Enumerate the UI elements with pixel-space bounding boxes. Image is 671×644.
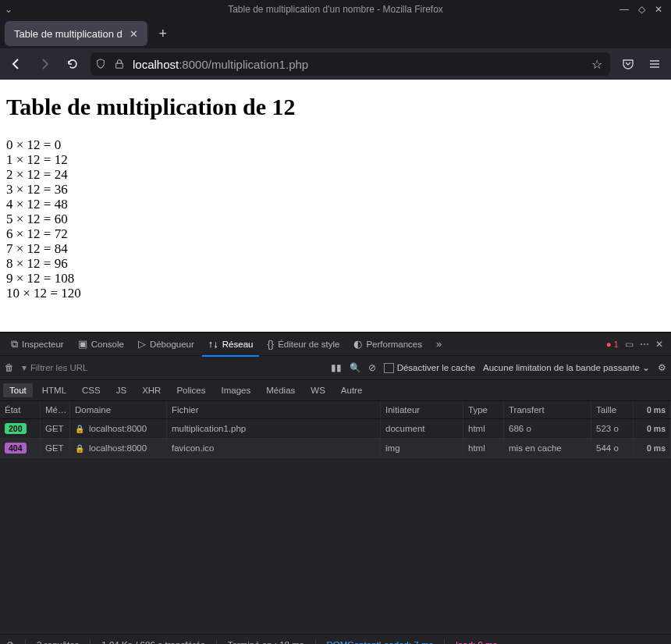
col-method[interactable]: Mé…	[41, 401, 70, 418]
status-transferred: 1,04 Ko / 686 o transférés	[101, 640, 204, 644]
chip-ws[interactable]: WS	[304, 383, 332, 397]
stopwatch-icon[interactable]: ⊘	[6, 639, 14, 644]
toolbar-right	[618, 54, 665, 74]
col-size[interactable]: Taille	[591, 401, 634, 418]
back-button[interactable]	[6, 54, 27, 74]
block-icon[interactable]: ⊘	[368, 362, 376, 373]
multiplication-line: 7 × 12 = 84	[6, 241, 665, 256]
multiplication-line: 5 × 12 = 60	[6, 212, 665, 226]
multiplication-line: 8 × 12 = 96	[6, 256, 665, 271]
reload-button[interactable]	[62, 54, 83, 74]
nav-toolbar: localhost:8000/multiplication1.php ☆	[0, 48, 671, 80]
url-port: :8000	[179, 58, 208, 71]
page-heading: Table de multiplication de 12	[6, 94, 665, 120]
url-path: /multiplication1.php	[208, 58, 308, 71]
col-time[interactable]: 0 ms	[634, 401, 671, 418]
bookmark-star-icon[interactable]: ☆	[588, 57, 605, 72]
chip-media[interactable]: Médias	[260, 383, 301, 397]
multiplication-line: 2 × 12 = 24	[6, 167, 665, 182]
url-bar[interactable]: localhost:8000/multiplication1.php ☆	[91, 52, 610, 76]
svg-rect-0	[116, 63, 123, 68]
table-head: État Mé… Domaine Fichier Initiateur Type…	[0, 401, 671, 419]
chip-all[interactable]: Tout	[3, 383, 33, 397]
network-toolbar: 🗑 ▾Filtrer les URL ▮▮ 🔍 ⊘ Désactiver le …	[0, 356, 671, 380]
status-load: load: 9 ms	[456, 640, 497, 644]
close-tab-icon[interactable]: ✕	[127, 28, 141, 40]
lock-icon[interactable]	[114, 59, 128, 69]
search-icon[interactable]: 🔍	[350, 362, 360, 373]
col-transfer[interactable]: Transfert	[504, 401, 591, 418]
tab-style-label: Éditeur de style	[278, 340, 339, 349]
multiplication-line: 3 × 12 = 36	[6, 182, 665, 197]
tab-inspector[interactable]: ⧉Inspecteur	[5, 333, 70, 355]
reload-icon	[66, 58, 79, 70]
window-titlebar: ⌄ Table de multiplication d'un nombre - …	[0, 0, 671, 19]
tab-console-label: Console	[91, 340, 124, 349]
responsive-mode-icon[interactable]: ▭	[625, 339, 634, 350]
status-dcl: DOMContentLoaded: 7 ms	[327, 640, 434, 644]
maximize-icon[interactable]: ◇	[635, 4, 648, 15]
multiplication-line: 10 × 12 = 120	[6, 286, 665, 301]
funnel-icon: ▾	[22, 362, 27, 373]
gear-icon[interactable]: ⚙	[658, 362, 666, 373]
cell-size: 544 o	[591, 439, 634, 457]
status-badge: 200	[5, 423, 27, 434]
cell-file: favicon.ico	[167, 439, 381, 457]
cell-type: html	[463, 439, 504, 457]
chip-html[interactable]: HTML	[36, 383, 73, 397]
cell-transfer: mis en cache	[504, 439, 591, 457]
error-count: 1	[614, 340, 619, 349]
disable-cache-checkbox[interactable]: Désactiver le cache	[384, 363, 475, 373]
cell-method: GET	[41, 419, 70, 438]
chip-js[interactable]: JS	[110, 383, 133, 397]
col-file[interactable]: Fichier	[167, 401, 381, 418]
shield-icon[interactable]	[95, 59, 109, 69]
window-menu-icon[interactable]: ⌄	[0, 4, 17, 15]
pocket-icon[interactable]	[618, 54, 638, 74]
tab-console[interactable]: ▣Console	[72, 333, 130, 355]
tab-active[interactable]: Table de multiplication d ✕	[5, 21, 147, 46]
cell-type: html	[463, 419, 504, 438]
forward-button[interactable]	[34, 54, 55, 74]
table-row[interactable]: 404GET🔒localhost:8000favicon.icoimghtmlm…	[0, 439, 671, 458]
error-count-badge[interactable]: ●1	[606, 340, 619, 349]
clear-icon[interactable]: 🗑	[5, 363, 14, 372]
chevron-double-right-icon: »	[436, 338, 442, 350]
tab-inspector-label: Inspecteur	[22, 340, 64, 349]
lock-icon: 🔒	[75, 425, 84, 433]
col-initiator[interactable]: Initiateur	[381, 401, 463, 418]
perf-icon: ◐	[353, 338, 362, 350]
chip-css[interactable]: CSS	[76, 383, 107, 397]
cell-domain: 🔒localhost:8000	[70, 439, 167, 457]
new-tab-button[interactable]: +	[151, 21, 176, 46]
filter-input[interactable]: ▾Filtrer les URL	[22, 362, 87, 373]
tab-debugger[interactable]: ▷Débogueur	[132, 333, 201, 355]
throttling-select[interactable]: Aucune limitation de la bande passante ⌄	[483, 362, 650, 373]
chip-images[interactable]: Images	[215, 383, 257, 397]
chip-fonts[interactable]: Polices	[170, 383, 211, 397]
chip-xhr[interactable]: XHR	[136, 383, 167, 397]
throttling-label: Aucune limitation de la bande passante	[483, 363, 640, 372]
window-title: Table de multiplication d'un nombre - Mo…	[0, 4, 671, 15]
tabs-overflow[interactable]: »	[430, 333, 448, 355]
table-row[interactable]: 200GET🔒localhost:8000multiplication1.php…	[0, 419, 671, 439]
console-icon: ▣	[78, 338, 87, 350]
devtools-more-icon[interactable]: ⋯	[640, 339, 649, 350]
multiplication-line: 1 × 12 = 12	[6, 152, 665, 167]
tab-perf-label: Performances	[366, 340, 422, 349]
pause-icon[interactable]: ▮▮	[331, 362, 342, 373]
close-window-icon[interactable]: ✕	[652, 4, 665, 15]
col-status[interactable]: État	[0, 401, 41, 418]
hamburger-menu-icon[interactable]	[644, 54, 665, 74]
col-type[interactable]: Type	[463, 401, 504, 418]
chip-other[interactable]: Autre	[335, 383, 369, 397]
network-icon: ↑↓	[208, 338, 218, 350]
debugger-icon: ▷	[138, 338, 146, 350]
window-controls: — ◇ ✕	[618, 4, 671, 15]
minimize-icon[interactable]: —	[618, 4, 630, 15]
tab-style-editor[interactable]: {}Éditeur de style	[261, 333, 346, 355]
tab-network[interactable]: ↑↓Réseau	[202, 333, 260, 357]
col-domain[interactable]: Domaine	[70, 401, 167, 418]
tab-performance[interactable]: ◐Performances	[347, 333, 428, 355]
devtools-close-icon[interactable]: ✕	[655, 339, 663, 350]
